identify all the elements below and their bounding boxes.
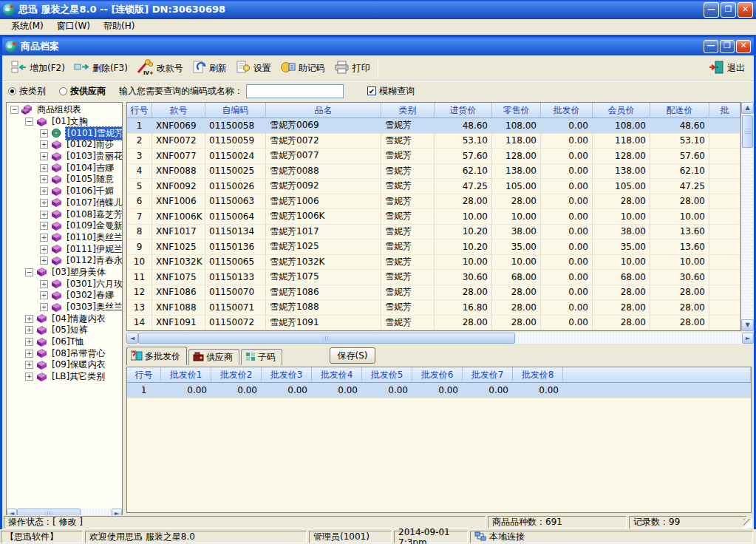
column-header[interactable]: 批发价5 bbox=[362, 367, 412, 383]
save-button[interactable]: 保存(S) bbox=[330, 347, 375, 364]
tree-item[interactable]: +[LB]其它类别 bbox=[7, 371, 122, 383]
table-row[interactable]: 7XNF1006K01150064雪妮芳1006K雪妮芳10.0010.000.… bbox=[127, 209, 740, 225]
table-vertical-scrollbar[interactable]: ▲ ▼ bbox=[741, 102, 754, 331]
add-button[interactable]: 增加(F2) bbox=[7, 57, 69, 79]
table-row[interactable]: 13XNF108801150071雪妮芳1088雪妮芳16.8028.000.0… bbox=[127, 300, 740, 316]
by-supplier-radio[interactable] bbox=[59, 87, 67, 95]
tree-item[interactable]: +[0112]青春永 bbox=[7, 255, 122, 267]
scroll-right-icon[interactable]: ► bbox=[742, 333, 754, 344]
plus-expander-icon[interactable]: + bbox=[25, 373, 33, 381]
table-row[interactable]: 3XNF007701150024雪妮芳0077雪妮芳57.60128.000.0… bbox=[127, 149, 740, 164]
plus-expander-icon[interactable]: + bbox=[25, 315, 33, 323]
plus-expander-icon[interactable]: + bbox=[40, 256, 48, 265]
column-header[interactable]: 类别 bbox=[381, 103, 435, 118]
table-row[interactable]: 5XNF009201150026雪妮芳0092雪妮芳47.25105.000.0… bbox=[127, 179, 740, 194]
tree-item[interactable]: +[04]情趣内衣 bbox=[7, 313, 122, 324]
plus-expander-icon[interactable]: + bbox=[40, 175, 48, 183]
column-header[interactable]: 批发价6 bbox=[412, 367, 463, 383]
column-header[interactable]: 品名 bbox=[266, 103, 381, 118]
plus-expander-icon[interactable]: + bbox=[40, 164, 48, 172]
column-header[interactable]: 配送价 bbox=[650, 103, 709, 118]
column-header[interactable] bbox=[563, 367, 751, 383]
tree-item[interactable]: +[0101]雪妮芳 bbox=[7, 127, 122, 139]
table-row[interactable]: 1XNF006901150058雪妮芳0069雪妮芳48.60108.000.0… bbox=[127, 118, 740, 134]
column-header[interactable]: 批发价7 bbox=[463, 367, 513, 383]
scroll-left-icon[interactable]: ◄ bbox=[126, 333, 138, 344]
minus-expander-icon[interactable]: − bbox=[25, 268, 33, 276]
tree-item[interactable]: +[0106]千媚 bbox=[7, 186, 122, 197]
column-header[interactable]: 行号 bbox=[127, 367, 161, 383]
search-input[interactable] bbox=[246, 84, 344, 98]
table-row[interactable]: 4XNF008801150025雪妮芳0088雪妮芳62.10138.000.0… bbox=[127, 164, 740, 180]
print-button[interactable]: 打印 bbox=[330, 57, 375, 79]
tree-item[interactable]: −[03]塑身美体 bbox=[7, 267, 122, 279]
table-row[interactable]: 12XNF108601150070雪妮芳1086雪妮芳28.0028.000.0… bbox=[127, 285, 740, 301]
fuzzy-checkbox[interactable]: ✔ bbox=[367, 86, 376, 95]
plus-expander-icon[interactable]: + bbox=[40, 129, 48, 137]
table-row[interactable]: 10XNF1032K01150065雪妮芳1032K雪妮芳10.0010.000… bbox=[127, 255, 740, 271]
doc-minimize-button[interactable]: — bbox=[704, 40, 718, 53]
doc-restore-button[interactable]: ❐ bbox=[720, 40, 735, 53]
tree-item[interactable]: +[0102]雨莎 bbox=[7, 139, 122, 151]
column-header[interactable]: 批发价1 bbox=[161, 367, 211, 383]
tree-item[interactable]: +[08]吊带背心 bbox=[7, 347, 122, 359]
tree-item[interactable]: +[09]保暖内衣 bbox=[7, 359, 122, 371]
tab-multi-wholesale[interactable]: 多批发价 bbox=[126, 347, 187, 365]
column-header[interactable]: 批发价 bbox=[541, 103, 593, 118]
column-header[interactable]: 款号 bbox=[152, 103, 205, 118]
tree-item[interactable]: +[0107]俏蝶儿 bbox=[7, 197, 122, 209]
column-header[interactable]: 批发价8 bbox=[513, 367, 563, 383]
table-row[interactable]: 2XNF007201150059雪妮芳0072雪妮芳53.10118.000.0… bbox=[127, 134, 740, 149]
tree-item[interactable]: +[0109]金曼新 bbox=[7, 220, 122, 232]
plus-expander-icon[interactable]: + bbox=[40, 152, 48, 160]
minus-expander-icon[interactable]: − bbox=[10, 106, 18, 114]
tree-item[interactable]: +[06]T恤 bbox=[7, 336, 122, 348]
table-row[interactable]: 6XNF100601150063雪妮芳1006雪妮芳28.0028.000.00… bbox=[127, 194, 740, 210]
plus-expander-icon[interactable]: + bbox=[25, 338, 33, 346]
tree-item[interactable]: +[0103]贵丽花 bbox=[7, 151, 122, 163]
scroll-up-icon[interactable]: ▲ bbox=[741, 102, 754, 114]
refresh-button[interactable]: 刷新 bbox=[188, 57, 231, 79]
plus-expander-icon[interactable]: + bbox=[40, 234, 48, 242]
tree-item[interactable]: +[0110]奥丝兰 bbox=[7, 232, 122, 244]
plus-expander-icon[interactable]: + bbox=[40, 140, 48, 149]
plus-expander-icon[interactable]: + bbox=[40, 222, 48, 230]
column-header[interactable]: 批发价2 bbox=[211, 367, 262, 383]
tree-item[interactable]: +[0108]嘉芝芳 bbox=[7, 208, 122, 220]
tab-subcode[interactable]: 子码 bbox=[241, 349, 282, 365]
column-header[interactable]: 自编码 bbox=[205, 103, 266, 118]
table-row[interactable]: 8XNF101701150134雪妮芳1017雪妮芳10.2038.000.00… bbox=[127, 225, 740, 240]
plus-expander-icon[interactable]: + bbox=[40, 187, 48, 195]
plus-expander-icon[interactable]: + bbox=[40, 245, 48, 254]
tree-item[interactable]: +[0111]伊妮兰 bbox=[7, 243, 122, 255]
column-header[interactable]: 批 bbox=[709, 103, 740, 118]
menu-system[interactable]: 系统(M) bbox=[4, 19, 50, 33]
delete-button[interactable]: 删除(F3) bbox=[69, 57, 132, 79]
minus-expander-icon[interactable]: − bbox=[25, 118, 33, 126]
menu-help[interactable]: 帮助(H) bbox=[97, 19, 141, 33]
table-horizontal-scrollbar[interactable]: ◄ ► bbox=[126, 333, 754, 344]
settings-button[interactable]: 设置 bbox=[231, 57, 276, 79]
tree-item[interactable]: +[0301]六月玫 bbox=[7, 278, 122, 290]
plus-expander-icon[interactable]: + bbox=[40, 280, 48, 288]
column-header[interactable]: 行号 bbox=[127, 103, 152, 118]
plus-expander-icon[interactable]: + bbox=[25, 326, 33, 334]
plus-expander-icon[interactable]: + bbox=[25, 350, 33, 358]
column-header[interactable]: 会员价 bbox=[593, 103, 650, 118]
minimize-button[interactable]: — bbox=[704, 2, 719, 18]
plus-expander-icon[interactable]: + bbox=[40, 199, 48, 207]
plus-expander-icon[interactable]: + bbox=[25, 361, 33, 369]
plus-expander-icon[interactable]: + bbox=[40, 291, 48, 299]
resize-grip-icon[interactable] bbox=[743, 519, 752, 528]
tree-item[interactable]: +[0105]随意 bbox=[7, 174, 122, 186]
column-header[interactable]: 零售价 bbox=[492, 103, 541, 118]
close-button[interactable]: ✕ bbox=[738, 2, 753, 18]
column-header[interactable]: 批发价4 bbox=[312, 367, 362, 383]
table-row[interactable]: 9XNF102501150136雪妮芳1025雪妮芳10.2035.000.00… bbox=[127, 239, 740, 255]
tree-item[interactable]: +[0104]吉娜 bbox=[7, 162, 122, 174]
product-table[interactable]: 行号款号自编码品名类别进货价零售价批发价会员价配送价批1XNF006901150… bbox=[126, 102, 741, 331]
tree-item[interactable]: +[05]短裤 bbox=[7, 324, 122, 336]
table-row[interactable]: 10.000.000.000.000.000.000.000.00 bbox=[127, 383, 751, 398]
plus-expander-icon[interactable]: + bbox=[40, 211, 48, 219]
tree-item[interactable]: +[0303]奥丝兰 bbox=[7, 302, 122, 313]
